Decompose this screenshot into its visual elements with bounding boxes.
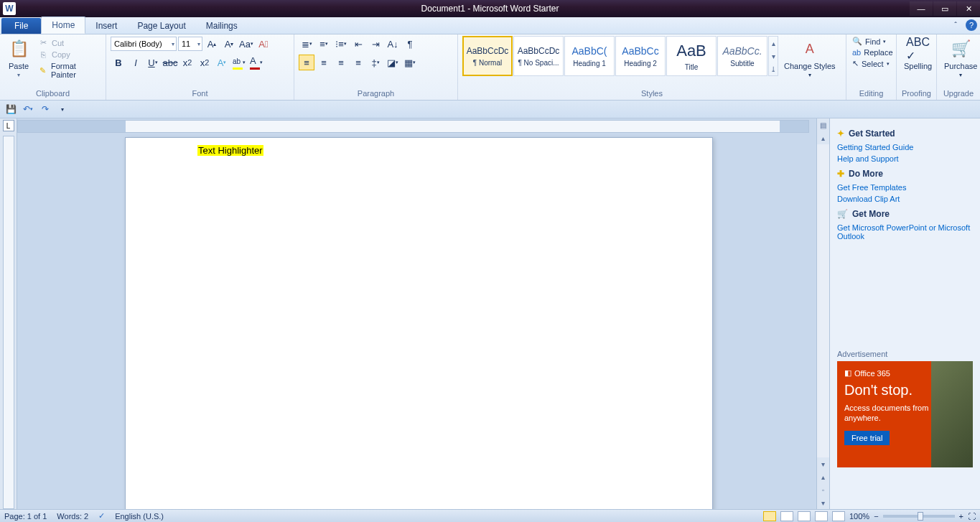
- word-app-icon: W: [3, 2, 16, 15]
- get-free-templates-link[interactable]: Get Free Templates: [837, 182, 973, 193]
- style-subtitle[interactable]: AaBbCc.Subtitle: [717, 36, 767, 76]
- proofing-status-icon[interactable]: ✓: [98, 511, 105, 521]
- subscript-button[interactable]: x2: [179, 55, 195, 70]
- redo-button[interactable]: ↷: [39, 103, 52, 116]
- style-heading-1[interactable]: AaBbC(Heading 1: [564, 36, 615, 76]
- help-icon[interactable]: ?: [966, 19, 977, 31]
- sort-button[interactable]: A↓: [385, 36, 401, 52]
- tab-home[interactable]: Home: [41, 17, 85, 34]
- text-effects-button[interactable]: A▾: [214, 55, 230, 70]
- help-support-link[interactable]: Help and Support: [837, 153, 973, 164]
- styles-more[interactable]: ⤓: [769, 62, 778, 75]
- close-button[interactable]: ✕: [957, 1, 980, 16]
- page-status[interactable]: Page: 1 of 1: [4, 512, 47, 521]
- print-layout-view[interactable]: [763, 511, 776, 521]
- qat-customize[interactable]: ▾: [56, 103, 69, 116]
- select-button[interactable]: ↖Select▾: [851, 58, 891, 69]
- tab-page-layout[interactable]: Page Layout: [127, 18, 195, 34]
- style-normal[interactable]: AaBbCcDc¶ Normal: [462, 36, 513, 76]
- strikethrough-button[interactable]: abc: [162, 55, 178, 70]
- cut-button[interactable]: ✂Cut: [36, 37, 101, 48]
- word-count-status[interactable]: Words: 2: [57, 512, 88, 521]
- highlight-color-button[interactable]: ab▾: [231, 55, 247, 70]
- ruler-toggle-icon[interactable]: ▤: [817, 118, 829, 131]
- style-title[interactable]: AaBTitle: [666, 36, 717, 76]
- zoom-slider[interactable]: [883, 515, 955, 518]
- get-powerpoint-outlook-link[interactable]: Get Microsoft PowerPoint or Microsoft Ou…: [837, 222, 973, 242]
- change-styles-button[interactable]: A Change Styles ▾: [781, 36, 839, 80]
- find-button[interactable]: 🔍Find▾: [851, 36, 887, 47]
- vertical-scrollbar[interactable]: ▤ ▴ ▾ ▴ ◦ ▾: [816, 118, 829, 509]
- shrink-font-button[interactable]: A▾: [221, 36, 237, 52]
- tab-mailings[interactable]: Mailings: [196, 18, 248, 34]
- document-text-highlighted[interactable]: Text Highlighter: [197, 145, 263, 156]
- language-status[interactable]: English (U.S.): [115, 512, 164, 521]
- decrease-indent-button[interactable]: ⇤: [350, 36, 366, 52]
- styles-scroll-down[interactable]: ▾: [769, 50, 778, 62]
- tab-insert[interactable]: Insert: [85, 18, 127, 34]
- align-center-button[interactable]: ≡: [316, 55, 332, 70]
- purchase-button[interactable]: 🛒Purchase▾: [941, 36, 980, 80]
- increase-indent-button[interactable]: ⇥: [368, 36, 383, 52]
- tab-file[interactable]: File: [1, 18, 41, 34]
- minimize-ribbon-icon[interactable]: ˆ: [950, 19, 961, 31]
- scroll-track[interactable]: [817, 144, 829, 457]
- outline-view[interactable]: [815, 511, 828, 521]
- superscript-button[interactable]: x2: [197, 55, 213, 70]
- browse-object-icon[interactable]: ◦: [817, 483, 829, 496]
- tab-selector[interactable]: L: [3, 120, 14, 131]
- paste-button[interactable]: 📋 Paste ▾: [4, 36, 33, 80]
- shading-button[interactable]: ◪▾: [385, 55, 401, 70]
- replace-button[interactable]: abReplace: [851, 47, 895, 57]
- bullets-button[interactable]: ≣▾: [299, 36, 314, 52]
- free-trial-button[interactable]: Free trial: [844, 431, 890, 445]
- scroll-up-icon[interactable]: ▴: [817, 131, 829, 144]
- draft-view[interactable]: [832, 511, 845, 521]
- save-button[interactable]: 💾: [4, 103, 17, 116]
- minimize-button[interactable]: —: [910, 1, 933, 16]
- zoom-out-button[interactable]: −: [874, 512, 878, 521]
- maximize-button[interactable]: ▭: [933, 1, 956, 16]
- borders-button[interactable]: ▦▾: [402, 55, 418, 70]
- font-name-combo[interactable]: Calibri (Body)▾: [111, 37, 177, 51]
- undo-button[interactable]: ↶▾: [22, 103, 34, 116]
- download-clipart-link[interactable]: Download Clip Art: [837, 193, 973, 205]
- line-spacing-button[interactable]: ‡▾: [368, 55, 383, 70]
- change-case-button[interactable]: Aa▾: [238, 36, 254, 52]
- copy-button[interactable]: ⎘Copy: [36, 50, 101, 60]
- bold-button[interactable]: B: [111, 55, 126, 70]
- vertical-ruler[interactable]: [3, 136, 14, 509]
- full-screen-view[interactable]: [780, 511, 793, 521]
- paste-dropdown-icon[interactable]: ▾: [17, 72, 20, 78]
- spelling-button[interactable]: ABC✓Spelling: [901, 36, 935, 72]
- font-color-button[interactable]: A▾: [248, 55, 264, 70]
- next-page-icon[interactable]: ▾: [817, 496, 829, 509]
- multilevel-list-button[interactable]: ⁝≡▾: [333, 36, 349, 52]
- font-size-combo[interactable]: 11▾: [178, 37, 202, 51]
- clear-formatting-button[interactable]: A⃠: [256, 36, 271, 52]
- underline-button[interactable]: U▾: [145, 55, 161, 70]
- styles-scroll-up[interactable]: ▴: [769, 37, 778, 50]
- advertisement[interactable]: ◧Office 365 Don't stop. Access documents…: [837, 361, 973, 467]
- align-right-button[interactable]: ≡: [333, 55, 349, 70]
- show-hide-button[interactable]: ¶: [402, 36, 418, 52]
- style-no-spacing[interactable]: AaBbCcDc¶ No Spaci...: [513, 36, 564, 76]
- style-heading-2[interactable]: AaBbCcHeading 2: [615, 36, 666, 76]
- fit-page-icon[interactable]: ⛶: [968, 512, 976, 521]
- plus-icon: ✚: [837, 169, 844, 179]
- document-page[interactable]: Text Highlighter: [125, 137, 713, 509]
- format-painter-button[interactable]: ✎Format Painter: [36, 61, 101, 80]
- grow-font-button[interactable]: A▴: [204, 36, 220, 52]
- web-layout-view[interactable]: [798, 511, 811, 521]
- zoom-in-button[interactable]: +: [959, 512, 963, 521]
- zoom-level[interactable]: 100%: [849, 512, 869, 521]
- italic-button[interactable]: I: [128, 55, 144, 70]
- getting-started-guide-link[interactable]: Getting Started Guide: [837, 141, 973, 153]
- justify-button[interactable]: ≡: [350, 55, 366, 70]
- align-left-button[interactable]: ≡: [299, 55, 314, 70]
- zoom-thumb[interactable]: [918, 512, 923, 521]
- horizontal-ruler[interactable]: [17, 120, 809, 133]
- scroll-down-icon[interactable]: ▾: [817, 457, 829, 470]
- prev-page-icon[interactable]: ▴: [817, 470, 829, 483]
- numbering-button[interactable]: ≡▾: [316, 36, 332, 52]
